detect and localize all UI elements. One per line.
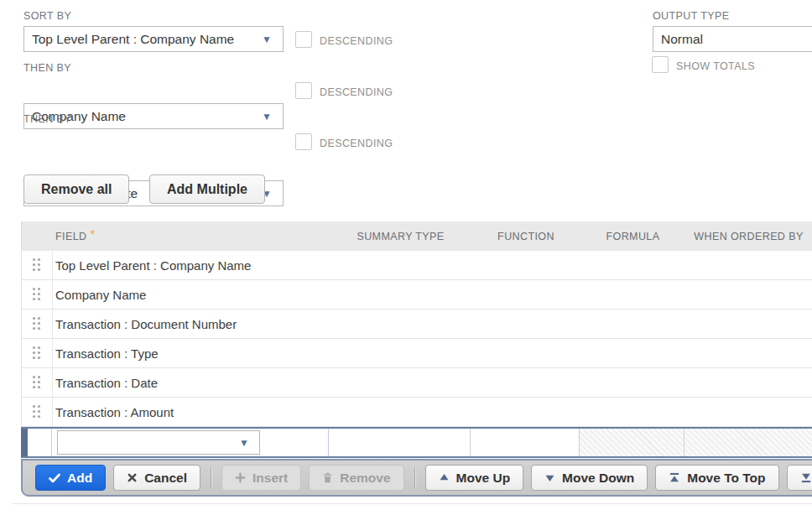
sort-by-descending-label: DESCENDING xyxy=(320,35,393,47)
drag-handle[interactable] xyxy=(22,310,53,338)
toolbar-separator xyxy=(211,467,211,489)
check-icon xyxy=(49,472,60,484)
grip-dots-icon xyxy=(33,376,41,389)
arrow-up-icon xyxy=(439,472,450,483)
move-to-top-button-label: Move To Top xyxy=(687,471,765,486)
add-multiple-button[interactable]: Add Multiple xyxy=(149,174,265,204)
toolbar-separator xyxy=(414,467,415,489)
table-header-row: FIELD * SUMMARY TYPE FUNCTION FORMULA WH… xyxy=(21,221,812,251)
move-down-button[interactable]: Move Down xyxy=(531,465,648,491)
then-by-2-descending-group: DESCENDING xyxy=(295,128,393,154)
header-field: FIELD * xyxy=(53,221,330,251)
sort-by-label: SORT BY xyxy=(23,10,71,22)
then-by-1-descending-label: DESCENDING xyxy=(320,86,393,98)
required-asterisk: * xyxy=(90,227,95,241)
sort-results-config-panel: { "sort": { "groups": [ { "label": "SORT… xyxy=(0,0,812,510)
table-row[interactable]: Top Level Parent : Company Name xyxy=(21,251,812,280)
row-field-value: Transaction : Document Number xyxy=(53,310,330,338)
move-up-button-label: Move Up xyxy=(456,471,511,486)
move-down-button-label: Move Down xyxy=(562,471,634,486)
move-to-top-button[interactable]: Move To Top xyxy=(655,465,778,491)
table-row[interactable]: Transaction : Date xyxy=(21,368,812,398)
edit-toolbar: Add Cancel Insert Remove Move Up Move Do… xyxy=(21,459,812,497)
table-row[interactable]: Transaction : Document Number xyxy=(21,310,812,339)
row-field-value: Transaction : Type xyxy=(53,339,330,367)
arrow-to-top-icon xyxy=(669,472,680,483)
row-field-value: Transaction : Amount xyxy=(53,398,330,426)
then-by-2-descending-checkbox[interactable] xyxy=(295,133,312,150)
move-up-button[interactable]: Move Up xyxy=(425,465,524,491)
drag-handle[interactable] xyxy=(22,280,53,309)
edit-row-field-cell: ▼ xyxy=(52,429,329,456)
edit-summary-cell[interactable] xyxy=(329,429,471,456)
grip-dots-icon xyxy=(33,317,41,330)
drag-handle[interactable] xyxy=(22,368,53,397)
cancel-button-label: Cancel xyxy=(144,471,187,486)
row-field-value: Top Level Parent : Company Name xyxy=(53,251,330,279)
sort-by-descending-group: DESCENDING xyxy=(295,26,393,52)
header-summary-type: SUMMARY TYPE xyxy=(330,221,471,251)
edit-ordered-cell-disabled xyxy=(684,429,812,456)
add-button-label: Add xyxy=(67,471,92,486)
then-by-2-descending-label: DESCENDING xyxy=(320,138,393,149)
header-when-ordered-by: WHEN ORDERED BY xyxy=(685,221,812,251)
table-row[interactable]: Company Name xyxy=(21,280,812,310)
remove-button[interactable]: Remove xyxy=(309,465,403,491)
chevron-down-icon: ▼ xyxy=(239,437,249,447)
edit-row-selection-bar xyxy=(21,429,28,456)
edit-field-select[interactable]: ▼ xyxy=(57,430,260,455)
grip-dots-icon xyxy=(33,346,41,360)
show-totals-label: SHOW TOTALS xyxy=(676,60,755,72)
header-function: FUNCTION xyxy=(471,221,580,251)
sort-by-descending-checkbox[interactable] xyxy=(295,31,312,48)
drag-handle[interactable] xyxy=(22,398,53,426)
remove-button-label: Remove xyxy=(340,471,390,486)
bottom-divider xyxy=(12,503,812,504)
grip-dots-icon xyxy=(33,405,41,419)
edit-function-cell[interactable] xyxy=(471,429,580,456)
then-by-2-label: THEN BY xyxy=(23,113,71,125)
arrow-down-icon xyxy=(544,472,555,483)
remove-all-button[interactable]: Remove all xyxy=(23,174,129,204)
trash-icon xyxy=(322,472,333,483)
drag-handle[interactable] xyxy=(22,339,53,367)
x-icon xyxy=(127,472,138,483)
grip-dots-icon xyxy=(33,258,41,272)
output-type-field[interactable]: Normal xyxy=(653,26,812,52)
add-button[interactable]: Add xyxy=(35,465,106,491)
edit-row: ▼ xyxy=(21,427,812,458)
chevron-down-icon: ▼ xyxy=(262,111,272,121)
arrow-to-bottom-icon xyxy=(800,472,812,483)
grip-dots-icon xyxy=(33,288,41,301)
plus-icon xyxy=(235,472,246,483)
output-type-value: Normal xyxy=(661,32,703,47)
chevron-down-icon: ▼ xyxy=(262,34,272,44)
move-to-bottom-button[interactable]: Move To Bottom xyxy=(787,465,812,491)
insert-button-label: Insert xyxy=(252,471,288,486)
row-field-value: Transaction : Date xyxy=(53,368,330,397)
output-type-label: OUTPUT TYPE xyxy=(653,10,729,22)
table-row[interactable]: Transaction : Type xyxy=(21,339,812,368)
show-totals-group: SHOW TOTALS xyxy=(652,55,755,74)
insert-button[interactable]: Insert xyxy=(221,465,301,491)
sort-by-select-value: Top Level Parent : Company Name xyxy=(32,32,234,47)
show-totals-checkbox[interactable] xyxy=(652,56,669,73)
cancel-button[interactable]: Cancel xyxy=(113,465,200,491)
header-drag-column xyxy=(22,221,53,251)
edit-formula-cell-disabled xyxy=(580,429,684,456)
header-field-label: FIELD xyxy=(55,231,86,242)
results-table: FIELD * SUMMARY TYPE FUNCTION FORMULA WH… xyxy=(21,221,812,458)
drag-handle[interactable] xyxy=(22,251,53,279)
header-formula: FORMULA xyxy=(580,221,685,251)
then-by-1-descending-checkbox[interactable] xyxy=(295,82,312,99)
sort-by-select[interactable]: Top Level Parent : Company Name ▼ xyxy=(23,26,284,52)
then-by-1-descending-group: DESCENDING xyxy=(295,77,393,103)
then-by-1-label: THEN BY xyxy=(23,62,71,74)
row-field-value: Company Name xyxy=(53,280,330,309)
table-row[interactable]: Transaction : Amount xyxy=(21,398,812,427)
